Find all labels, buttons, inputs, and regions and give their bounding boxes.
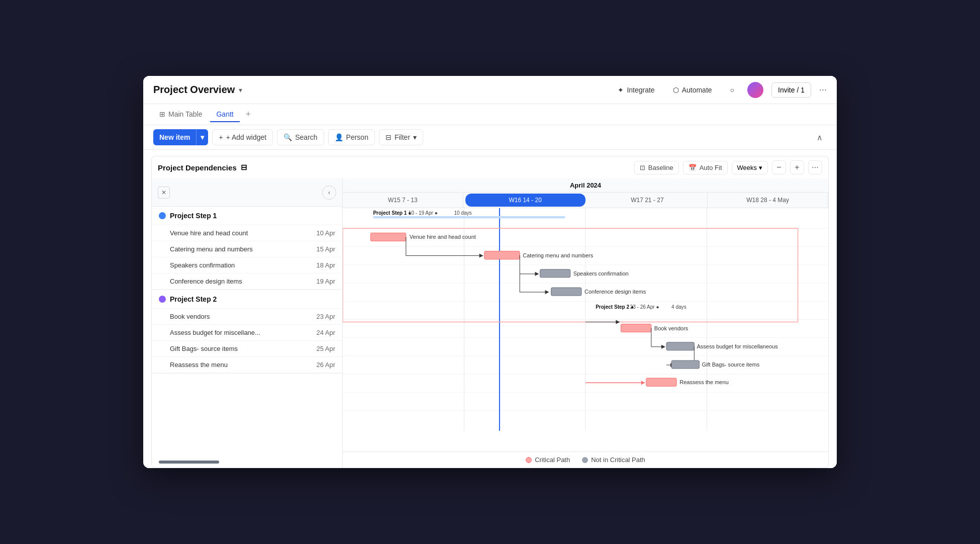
svg-text:Speakers confirmation: Speakers confirmation: [573, 270, 629, 277]
filter-icon: ⊟: [385, 133, 391, 141]
project-1-dot: [159, 212, 166, 219]
right-panel: April 2024 W15 7 - 13 W16 14 - 20 W17 21…: [343, 178, 828, 468]
invite-button[interactable]: Invite / 1: [771, 82, 811, 98]
plus-icon: +: [219, 133, 223, 141]
task-row-vendors[interactable]: Book vendors 23 Apr: [152, 309, 342, 325]
svg-rect-29: [540, 269, 570, 278]
search-button[interactable]: 🔍 Search: [277, 129, 324, 145]
project-2-dot: [159, 296, 166, 303]
legend: Critical Path Not in Critical Path: [343, 451, 828, 468]
gantt-filter-icon[interactable]: ⊟: [241, 163, 247, 172]
week-row: W15 7 - 13 W16 14 - 20 W17 21 - 27 W18 2…: [343, 193, 828, 208]
svg-text:10 - 19 Apr ●: 10 - 19 Apr ●: [409, 210, 438, 216]
svg-text:4 days: 4 days: [671, 304, 687, 310]
svg-marker-28: [535, 272, 539, 276]
search-icon: 🔍: [283, 133, 292, 141]
task-row-giftbags[interactable]: Gift Bags- source items 25 Apr: [152, 341, 342, 357]
project-step-2-section: Project Step 2 Book vendors 23 Apr Asses…: [152, 290, 342, 374]
project-step-1-row[interactable]: Project Step 1: [152, 207, 342, 225]
tabs-bar: ⊞ Main Table Gantt +: [143, 104, 837, 125]
project-step-1-section: Project Step 1 Venue hire and head count…: [152, 207, 342, 290]
title-chevron-icon[interactable]: ▾: [239, 86, 242, 94]
left-panel-header: ✕ ‹: [152, 178, 342, 207]
week-cell-16: W16 14 - 20: [465, 194, 585, 207]
integrate-icon: ✦: [618, 86, 624, 94]
scroll-indicator[interactable]: [159, 461, 219, 464]
add-widget-button[interactable]: + + Add widget: [212, 129, 273, 145]
svg-rect-19: [370, 233, 406, 241]
add-tab-button[interactable]: +: [242, 109, 255, 120]
svg-text:Book vendors: Book vendors: [654, 325, 689, 331]
svg-marker-41: [616, 320, 620, 324]
header-right: ✦ Integrate ⬡ Automate ○ Invite / 1 ···: [613, 82, 827, 98]
gantt-body: ✕ ‹ Project Step 1 Venue hire and head c…: [151, 178, 829, 468]
svg-text:Reassess the menu: Reassess the menu: [679, 379, 729, 385]
svg-marker-33: [545, 290, 549, 294]
gantt-header-bar: Project Dependencies ⊟ ⊡ Baseline 📅 Auto…: [151, 156, 829, 178]
new-item-arrow-icon[interactable]: ▾: [196, 129, 208, 145]
new-item-button[interactable]: New item ▾: [153, 129, 208, 145]
tab-main-table[interactable]: ⊞ Main Table: [153, 107, 208, 122]
task-row-reassess[interactable]: Reassess the menu 26 Apr: [152, 357, 342, 373]
task-row-conference[interactable]: Conference design items 19 Apr: [152, 274, 342, 290]
svg-marker-46: [661, 345, 665, 349]
legend-critical: Critical Path: [526, 456, 570, 464]
header: Project Overview ▾ ✦ Integrate ⬡ Automat…: [143, 76, 837, 104]
project-title: Project Overview: [153, 84, 235, 96]
svg-rect-42: [621, 324, 651, 332]
week-cell-18: W18 28 - 4 May: [708, 193, 828, 208]
main-content: Project Dependencies ⊟ ⊡ Baseline 📅 Auto…: [143, 150, 837, 468]
svg-marker-55: [641, 381, 645, 385]
svg-text:Conference design items: Conference design items: [584, 289, 646, 295]
svg-rect-52: [671, 360, 699, 369]
person-button[interactable]: 👤 Person: [328, 129, 375, 145]
svg-rect-15: [373, 216, 565, 218]
integrate-button[interactable]: ✦ Integrate: [613, 83, 659, 97]
project-step-2-row[interactable]: Project Step 2: [152, 290, 342, 309]
svg-text:Gift Bags- source items: Gift Bags- source items: [702, 361, 759, 368]
svg-rect-56: [646, 378, 676, 386]
svg-rect-34: [551, 288, 581, 296]
zoom-in-button[interactable]: +: [790, 160, 804, 174]
weeks-selector[interactable]: Weeks ▾: [732, 161, 768, 174]
left-panel: ✕ ‹ Project Step 1 Venue hire and head c…: [152, 178, 343, 468]
svg-text:23 - 26 Apr ●: 23 - 26 Apr ●: [630, 304, 659, 310]
gantt-chart-title: Project Dependencies ⊟: [158, 163, 247, 172]
task-row-speakers[interactable]: Speakers confirmation 18 Apr: [152, 257, 342, 274]
baseline-button[interactable]: ⊡ Baseline: [634, 161, 679, 174]
toolbar: New item ▾ + + Add widget 🔍 Search 👤 Per…: [143, 125, 837, 150]
auto-fit-button[interactable]: 📅 Auto Fit: [683, 161, 728, 174]
nav-left-arrow[interactable]: ‹: [322, 186, 336, 200]
task-row-catering[interactable]: Catering menu and numbers 15 Apr: [152, 241, 342, 257]
gantt-chart-area: Project Step 1 ● 10 - 19 Apr ● 10 days V…: [343, 208, 828, 451]
svg-rect-47: [666, 342, 694, 350]
task-row-budget[interactable]: Assess budget for miscellane... 24 Apr: [152, 325, 342, 341]
more-options-button[interactable]: ···: [808, 160, 822, 174]
svg-text:Assess budget for miscellaneou: Assess budget for miscellaneous: [697, 343, 778, 349]
avatar[interactable]: [747, 82, 763, 98]
automate-button[interactable]: ⬡ Automate: [668, 83, 717, 97]
automate-icon: ⬡: [673, 86, 679, 94]
svg-marker-23: [479, 254, 483, 258]
zoom-out-button[interactable]: −: [772, 160, 786, 174]
weeks-chevron-icon: ▾: [759, 164, 762, 171]
month-label: April 2024: [343, 178, 828, 193]
filter-chevron-icon: ▾: [413, 133, 417, 141]
person-icon: 👤: [335, 133, 343, 141]
svg-text:10 days: 10 days: [454, 210, 471, 216]
left-collapse-icon[interactable]: ✕: [158, 187, 170, 199]
chat-button[interactable]: ○: [725, 83, 739, 97]
more-menu-button[interactable]: ···: [819, 84, 827, 95]
legend-not-critical: Not in Critical Path: [582, 456, 645, 464]
week-cell-17: W17 21 - 27: [587, 193, 708, 208]
svg-text:Project Step 1 ●: Project Step 1 ●: [373, 210, 411, 216]
main-window: Project Overview ▾ ✦ Integrate ⬡ Automat…: [143, 76, 837, 468]
collapse-button[interactable]: ∧: [813, 131, 827, 144]
project-1-label: Project Step 1: [170, 212, 217, 220]
table-icon: ⊞: [159, 110, 165, 118]
tab-gantt[interactable]: Gantt: [210, 107, 239, 122]
header-left: Project Overview ▾: [153, 84, 242, 96]
task-row-venue[interactable]: Venue hire and head count 10 Apr: [152, 225, 342, 241]
svg-text:Project Step 2 ●: Project Step 2 ●: [596, 304, 634, 310]
filter-button[interactable]: ⊟ Filter ▾: [379, 129, 423, 145]
